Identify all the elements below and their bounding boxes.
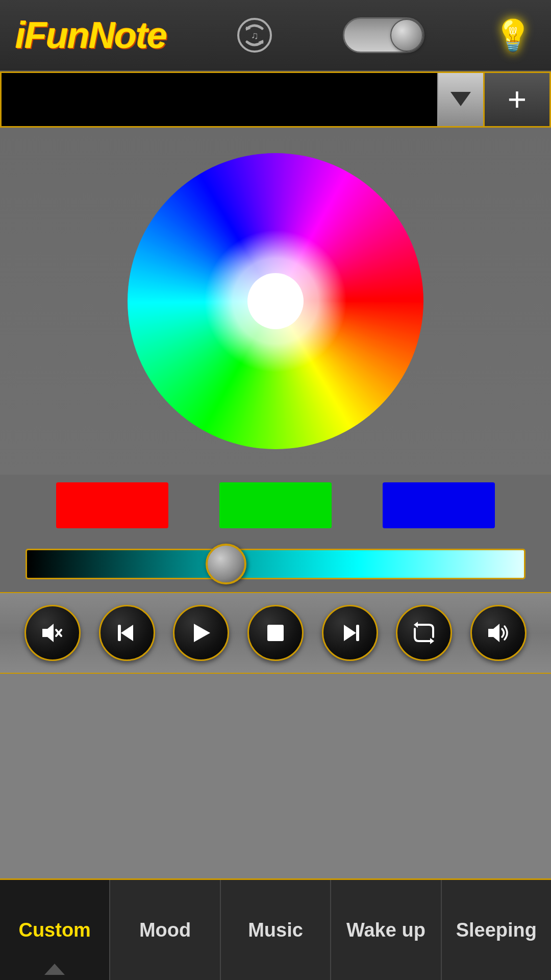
play-button[interactable] (173, 605, 229, 661)
svg-rect-8 (118, 625, 121, 641)
blue-swatch[interactable] (383, 482, 495, 528)
color-name-field[interactable] (2, 73, 437, 126)
wheel-center-dot (247, 273, 304, 329)
svg-marker-10 (194, 624, 210, 642)
title-part1: iFun (15, 15, 89, 56)
svg-marker-9 (121, 625, 133, 641)
svg-text:♫: ♫ (251, 30, 259, 41)
media-controls (0, 592, 551, 674)
active-tab-indicator (44, 964, 65, 975)
bottom-tabs: Custom Mood Music Wake up Sleeping (0, 878, 551, 980)
tab-custom[interactable]: Custom (0, 880, 110, 980)
svg-marker-14 (430, 638, 434, 644)
repeat-button[interactable] (396, 605, 452, 661)
svg-rect-11 (267, 625, 284, 641)
stop-button[interactable] (247, 605, 304, 661)
svg-marker-16 (488, 624, 499, 642)
title-part2: Note (89, 15, 166, 56)
volume-up-button[interactable] (470, 605, 527, 661)
tab-sleeping-label: Sleeping (456, 919, 537, 941)
add-color-button[interactable]: + (483, 73, 549, 126)
tab-wakeup[interactable]: Wake up (331, 880, 441, 980)
tab-sleeping[interactable]: Sleeping (442, 880, 551, 980)
green-swatch[interactable] (219, 482, 332, 528)
previous-button[interactable] (99, 605, 155, 661)
svg-marker-13 (344, 625, 356, 641)
tab-music-label: Music (248, 919, 303, 941)
dropdown-arrow-button[interactable] (437, 73, 483, 126)
svg-marker-5 (42, 624, 54, 642)
bulb-icon: 💡 (494, 17, 532, 54)
color-selector-row: + (0, 71, 551, 128)
tab-mood[interactable]: Mood (110, 880, 220, 980)
color-wheel[interactable] (128, 153, 423, 449)
svg-marker-15 (414, 622, 418, 628)
next-button[interactable] (322, 605, 378, 661)
brightness-slider-track[interactable] (26, 549, 525, 579)
tab-music[interactable]: Music (221, 880, 331, 980)
svg-rect-12 (356, 625, 359, 641)
power-toggle[interactable] (343, 17, 424, 53)
app-title: iFunNote (15, 14, 166, 56)
bulb-button[interactable]: 💡 (490, 12, 536, 58)
rgb-swatches (0, 475, 551, 536)
svg-marker-4 (450, 92, 471, 106)
red-swatch[interactable] (56, 482, 168, 528)
volume-down-button[interactable] (24, 605, 81, 661)
tab-custom-label: Custom (18, 919, 90, 941)
tab-mood-label: Mood (139, 919, 191, 941)
color-wheel-area (0, 128, 551, 475)
brightness-slider-area (0, 536, 551, 592)
refresh-music-button[interactable]: ♫ (232, 12, 278, 58)
app-header: iFunNote ♫ 💡 (0, 0, 551, 71)
brightness-knob[interactable] (206, 544, 246, 584)
tab-wakeup-label: Wake up (346, 919, 425, 941)
toggle-knob (390, 19, 423, 52)
